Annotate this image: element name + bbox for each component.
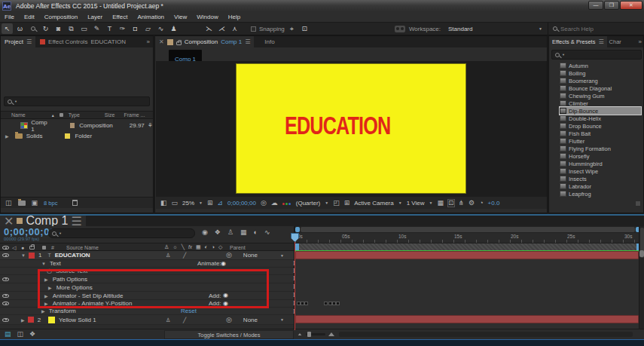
expand-render-time-icon[interactable]: ◫ xyxy=(17,331,24,338)
motion-blur-icon[interactable]: ◐ xyxy=(254,229,258,236)
mini-flowchart-icon[interactable]: ◉ xyxy=(202,229,208,236)
exposure-value[interactable]: +0.0 xyxy=(488,200,500,207)
time-ruler[interactable]: 0s 05s 10s 15s 20s 25s 30s xyxy=(295,233,640,243)
view-axis-mode-icon[interactable]: ⋏ xyxy=(229,23,240,34)
animate-button-icon[interactable]: ◉ xyxy=(221,261,226,267)
keyframe[interactable] xyxy=(298,302,300,305)
zoom-slider[interactable] xyxy=(306,333,325,335)
view-layout-caret-icon[interactable]: ▼ xyxy=(429,201,433,205)
resolution-value[interactable]: (Quarter) xyxy=(296,200,320,207)
layer-row-yellow-solid[interactable]: ▶ 2 Yellow Solid 1 ♙ ╱ ◎ None ▼ xyxy=(0,315,294,325)
magnification-caret-icon[interactable]: ▼ xyxy=(199,201,203,205)
resolution-caret-icon[interactable]: ▼ xyxy=(325,201,328,205)
always-preview-icon[interactable]: ◧ xyxy=(160,200,167,207)
preset-item[interactable]: Chewing Gum xyxy=(560,92,641,100)
expand-in-out-icon[interactable]: ▤ xyxy=(5,331,11,338)
zoom-out-mountain-icon[interactable] xyxy=(298,333,302,335)
preset-item[interactable]: Autumn xyxy=(560,62,641,69)
clone-stamp-tool-icon[interactable]: ◘ xyxy=(130,23,141,34)
tab-composition[interactable]: ✕ Composition Comp 1 ☰ xyxy=(155,36,254,47)
frame-blending-icon[interactable]: ▦ xyxy=(240,229,247,236)
preset-item[interactable]: Boiling xyxy=(560,69,641,77)
graph-editor-icon[interactable]: ∿ xyxy=(264,229,270,236)
expander-icon[interactable]: ▼ xyxy=(41,262,46,266)
preset-item[interactable]: Flying Formation xyxy=(560,145,641,152)
preset-item[interactable]: Flutter xyxy=(560,137,641,145)
preset-item-selected[interactable]: Dip-Bounce xyxy=(560,107,641,115)
show-snapshot-icon[interactable]: ☁ xyxy=(271,200,278,207)
pickwhip-icon[interactable]: ◎ xyxy=(226,317,232,323)
frame-blend-switch-icon[interactable]: ▦ xyxy=(196,244,201,250)
grid-guides-icon[interactable]: ⊞ xyxy=(207,200,213,207)
col-type[interactable]: Type xyxy=(69,112,80,118)
restore-button[interactable]: ❐ xyxy=(604,1,619,10)
mask-visibility-icon[interactable]: ⊿ xyxy=(218,200,224,207)
threed-switch-icon[interactable]: ◇ xyxy=(218,244,222,250)
adjustment-switch-icon[interactable]: ◑ xyxy=(212,244,215,250)
pickwhip-icon[interactable]: ◎ xyxy=(226,252,232,259)
reset-link[interactable]: Reset xyxy=(181,308,197,314)
snap-grid-icon[interactable]: ⊡ xyxy=(299,23,310,34)
menu-effect[interactable]: Effect xyxy=(112,14,127,20)
roto-brush-tool-icon[interactable]: ∿ xyxy=(155,23,166,34)
keyframe[interactable] xyxy=(337,302,339,305)
menu-view[interactable]: View xyxy=(174,14,187,20)
selection-tool-icon[interactable]: ↖ xyxy=(2,23,13,34)
layer-row-education[interactable]: ▼ 1 T EDUCATION ♙ ╱ ◎ None ▼ xyxy=(0,251,294,260)
shy-toggle-icon[interactable]: ♙ xyxy=(166,253,170,258)
lock-column-icon[interactable] xyxy=(29,246,35,250)
zoom-tool-icon[interactable] xyxy=(27,23,38,34)
label-color-swatch[interactable] xyxy=(65,133,70,139)
effects-search[interactable]: ▼ xyxy=(551,50,642,60)
preset-item[interactable]: Double-Helix xyxy=(560,115,641,122)
hand-tool-icon[interactable]: ω xyxy=(14,23,26,34)
shy-switch-icon[interactable]: ♙ xyxy=(164,244,169,250)
new-composition-icon[interactable]: ▣ xyxy=(32,200,38,207)
camera-view-value[interactable]: Active Camera xyxy=(354,200,393,207)
timeline-shortcut-icon[interactable]: ⋔ xyxy=(459,200,465,207)
magnification-value[interactable]: 25% xyxy=(182,200,194,207)
layer-duration-bar-education[interactable] xyxy=(295,251,639,259)
property-group-text[interactable]: ▼ Text Animate: ◉ xyxy=(0,260,294,268)
workspace-dropdown-caret-icon[interactable]: ▼ xyxy=(539,26,542,31)
snapshot-icon[interactable]: ◎ xyxy=(261,200,267,207)
label-color-swatch[interactable] xyxy=(70,123,75,128)
quality-toggle-icon[interactable]: ╱ xyxy=(183,317,186,323)
preset-item[interactable]: Horsefly xyxy=(560,152,641,160)
workspace-value[interactable]: Standard xyxy=(448,26,472,32)
eye-icon[interactable] xyxy=(2,253,9,257)
keyframe[interactable] xyxy=(329,302,331,305)
motion-blur-switch-icon[interactable]: ◐ xyxy=(205,244,208,250)
fast-previews-icon[interactable]: ⊡ xyxy=(448,200,454,207)
world-axis-mode-icon[interactable]: ⋌ xyxy=(216,23,227,34)
toggle-switches-modes-button[interactable]: Toggle Switches / Modes xyxy=(164,330,294,339)
comp-marker-bin[interactable] xyxy=(639,250,644,257)
pan-behind-tool-icon[interactable]: ⧉ xyxy=(66,23,77,34)
time-navigator[interactable] xyxy=(295,226,640,233)
rotation-tool-icon[interactable]: ↻ xyxy=(40,23,51,34)
col-frame[interactable]: Frame ... xyxy=(124,112,145,118)
zoom-slider-handle[interactable] xyxy=(307,332,311,337)
close-tab-icon[interactable]: ✕ xyxy=(159,38,164,45)
hide-shy-layers-icon[interactable]: ♙ xyxy=(227,229,233,236)
layer-name[interactable]: EDUCATION xyxy=(55,252,90,259)
camera-caret-icon[interactable]: ▼ xyxy=(398,201,402,205)
lock-icon[interactable] xyxy=(176,41,182,45)
fx-switch-icon[interactable]: fx xyxy=(188,244,192,250)
preset-item[interactable]: Fish Bait xyxy=(560,130,641,137)
menu-composition[interactable]: Composition xyxy=(44,14,78,20)
menu-help[interactable]: Help xyxy=(228,14,240,20)
puppet-pin-tool-icon[interactable]: ♟ xyxy=(168,23,179,34)
composition-viewer[interactable]: EDUCATION xyxy=(156,61,547,198)
local-axis-mode-icon[interactable]: ⋋ xyxy=(203,23,215,34)
preset-item[interactable]: Insect Wipe xyxy=(560,167,641,175)
project-row-comp1[interactable]: Comp 1 Composition 29.97 ⚘ xyxy=(1,121,153,130)
exposure-icon[interactable]: ◔ xyxy=(479,200,483,207)
project-search[interactable]: ▼ xyxy=(4,96,150,106)
tab-project[interactable]: Project☰ xyxy=(1,36,35,47)
navigator-start-handle[interactable] xyxy=(295,227,300,232)
parent-caret-icon[interactable]: ▼ xyxy=(280,317,284,322)
solo-column-icon[interactable]: ● xyxy=(21,245,24,250)
col-size[interactable]: Size xyxy=(105,112,115,118)
show-channels-icon[interactable] xyxy=(282,200,291,207)
